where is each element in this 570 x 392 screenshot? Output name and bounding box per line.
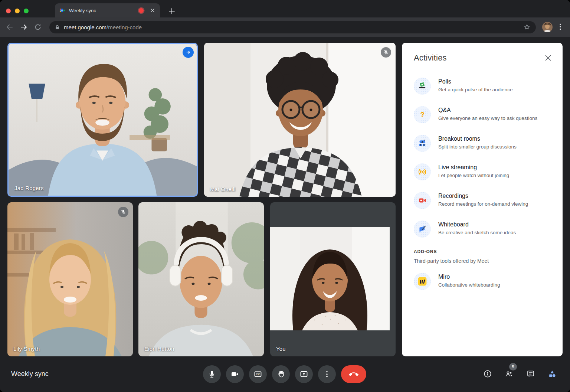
activity-item-text: Recordings Record meetings for on-demand… bbox=[438, 192, 528, 209]
activity-item-recordings[interactable]: Recordings Record meetings for on-demand… bbox=[414, 192, 552, 209]
activities-panel: Activities Polls Get bbox=[402, 43, 563, 356]
mic-off-icon bbox=[120, 209, 126, 215]
camera-button[interactable] bbox=[226, 365, 244, 383]
window-minimize-button[interactable] bbox=[15, 9, 20, 13]
video-tile-jad-rogers[interactable]: Jad Rogers bbox=[7, 43, 198, 197]
participant-name: You bbox=[276, 346, 286, 352]
end-call-button[interactable] bbox=[341, 365, 366, 383]
activity-item-qa[interactable]: ? Q&A Give everyone an easy way to ask q… bbox=[414, 106, 552, 123]
mic-icon bbox=[207, 370, 216, 379]
activity-item-polls[interactable]: Polls Get a quick pulse of the audience bbox=[414, 78, 552, 95]
address-bar[interactable]: meet.google.com/meeting-code bbox=[49, 21, 536, 33]
activities-title: Activities bbox=[414, 53, 447, 63]
activity-item-subtitle: Be creative and sketch some ideas bbox=[438, 230, 516, 235]
browser-tab[interactable]: Weekly sync bbox=[55, 3, 160, 17]
tab-close-icon[interactable] bbox=[150, 7, 155, 13]
activity-item-text: Whiteboard Be creative and sketch some i… bbox=[438, 220, 516, 238]
recordings-icon bbox=[414, 192, 431, 209]
participants-icon bbox=[505, 369, 514, 378]
activity-item-title: Breakout rooms bbox=[438, 135, 517, 142]
raise-hand-button[interactable] bbox=[272, 365, 290, 383]
speaking-indicator bbox=[183, 47, 194, 58]
activity-item-breakout-rooms[interactable]: Breakout rooms Split into smaller group … bbox=[414, 135, 552, 152]
activity-item-title: Live streaming bbox=[438, 164, 509, 171]
mic-off-icon bbox=[383, 49, 389, 55]
video-tile-mai-oneill[interactable]: Mai Oneill bbox=[204, 43, 396, 197]
bookmark-star-icon[interactable] bbox=[523, 23, 531, 31]
miro-icon bbox=[414, 273, 431, 290]
more-options-button[interactable] bbox=[318, 365, 336, 383]
meeting-details-icon[interactable] bbox=[483, 369, 492, 378]
chat-button-icon[interactable] bbox=[526, 369, 535, 378]
window-close-button[interactable] bbox=[6, 9, 11, 13]
audio-level-icon bbox=[185, 49, 191, 55]
window-maximize-button[interactable] bbox=[24, 9, 29, 13]
tab-title: Weekly sync bbox=[69, 8, 139, 13]
breakout-rooms-icon bbox=[414, 135, 431, 152]
url-host: meet.google.com bbox=[64, 24, 107, 30]
activities-button-icon[interactable] bbox=[548, 369, 557, 378]
activity-item-whiteboard[interactable]: Whiteboard Be creative and sketch some i… bbox=[414, 220, 552, 238]
addon-item-subtitle: Collaborative whiteboarding bbox=[438, 282, 500, 288]
mai-oneill-video bbox=[204, 43, 396, 197]
svg-text:?: ? bbox=[420, 111, 424, 118]
participant-name: Lily Smyth bbox=[13, 346, 40, 352]
lily-smyth-video bbox=[7, 202, 133, 356]
activity-item-subtitle: Give everyone an easy way to ask questio… bbox=[438, 115, 537, 121]
present-screen-icon bbox=[299, 370, 308, 379]
jad-rogers-video bbox=[9, 44, 197, 196]
video-tile-eion-hutton[interactable]: Eion Hutton bbox=[138, 202, 264, 356]
new-tab-button[interactable] bbox=[167, 7, 176, 16]
tab-strip: Weekly sync bbox=[0, 0, 570, 17]
panel-close-icon[interactable] bbox=[544, 54, 552, 62]
mic-button[interactable] bbox=[203, 365, 221, 383]
video-tile-lily-smyth[interactable]: Lily Smyth bbox=[7, 202, 133, 356]
addon-item-title: Miro bbox=[438, 274, 500, 280]
addon-item-miro[interactable]: Miro Collaborative whiteboarding bbox=[414, 273, 552, 290]
google-meet-favicon bbox=[59, 7, 65, 13]
participant-name: Jad Rogers bbox=[14, 185, 44, 191]
recording-indicator-dot bbox=[139, 8, 144, 13]
addons-subtitle: Third-party tools offered by Meet bbox=[414, 258, 552, 264]
participants-button[interactable]: 5 bbox=[505, 369, 514, 378]
self-video bbox=[270, 227, 390, 330]
reload-icon[interactable] bbox=[33, 23, 42, 32]
url-path: /meeting-code bbox=[107, 24, 142, 30]
activity-item-subtitle: Let people watch without joining bbox=[438, 173, 509, 178]
captions-button[interactable]: CC bbox=[249, 365, 267, 383]
qa-icon: ? bbox=[414, 106, 431, 123]
live-streaming-icon bbox=[414, 163, 431, 180]
activity-item-title: Polls bbox=[438, 78, 512, 85]
activities-panel-header: Activities bbox=[414, 53, 552, 63]
avatar-image bbox=[542, 22, 553, 32]
meeting-title: Weekly sync bbox=[11, 370, 49, 378]
activity-item-text: Polls Get a quick pulse of the audience bbox=[438, 78, 512, 95]
url-text: meet.google.com/meeting-code bbox=[64, 24, 523, 30]
activities-list: Polls Get a quick pulse of the audience … bbox=[414, 78, 552, 238]
activity-item-title: Recordings bbox=[438, 193, 528, 199]
activity-item-title: Whiteboard bbox=[438, 221, 516, 228]
camera-icon bbox=[230, 370, 239, 379]
lock-icon bbox=[55, 24, 60, 30]
activity-item-text: Live streaming Let people watch without … bbox=[438, 163, 509, 180]
forward-icon[interactable] bbox=[19, 23, 28, 32]
addons-header: ADD-ONS bbox=[414, 249, 552, 254]
back-icon[interactable] bbox=[5, 23, 14, 32]
more-options-icon bbox=[322, 370, 331, 379]
captions-icon: CC bbox=[253, 370, 262, 379]
self-video-frame bbox=[270, 227, 390, 330]
participant-name: Eion Hutton bbox=[144, 346, 174, 352]
svg-text:CC: CC bbox=[256, 373, 260, 376]
activity-item-live-streaming[interactable]: Live streaming Let people watch without … bbox=[414, 163, 552, 180]
activity-item-text: Breakout rooms Split into smaller group … bbox=[438, 135, 517, 152]
participants-count-badge: 5 bbox=[509, 363, 517, 370]
present-button[interactable] bbox=[295, 365, 313, 383]
polls-icon bbox=[414, 78, 431, 95]
raise-hand-icon bbox=[276, 370, 285, 379]
activity-item-subtitle: Get a quick pulse of the audience bbox=[438, 87, 512, 92]
browser-menu-icon[interactable] bbox=[556, 22, 565, 31]
whiteboard-icon bbox=[414, 220, 431, 238]
video-tile-you[interactable]: You bbox=[270, 202, 396, 356]
profile-avatar[interactable] bbox=[542, 22, 553, 32]
activity-item-subtitle: Record meetings for on-demand viewing bbox=[438, 201, 528, 207]
